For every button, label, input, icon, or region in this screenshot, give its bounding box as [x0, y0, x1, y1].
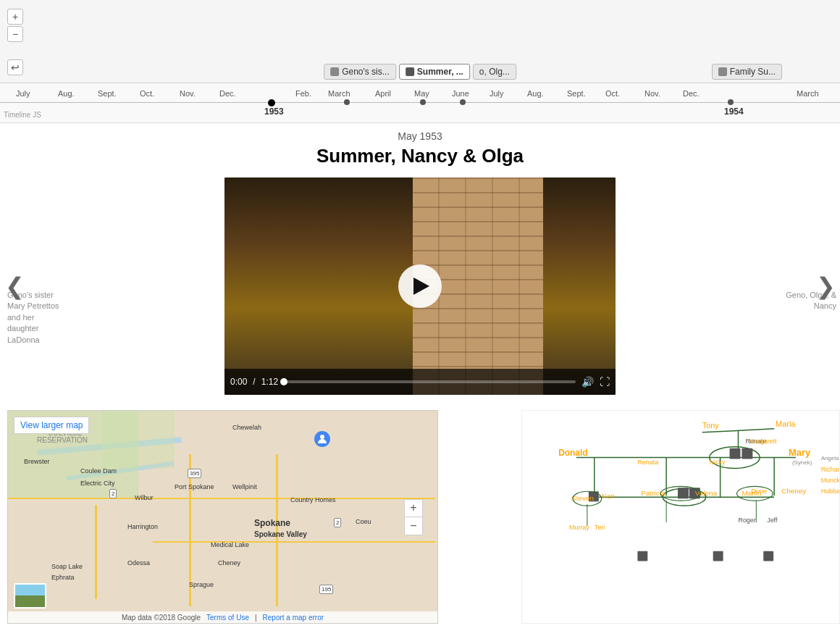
event-date: May 1953	[72, 130, 768, 142]
name-donald: Donald	[558, 448, 587, 458]
play-button[interactable]	[398, 264, 442, 308]
month-sept-right: Sept.	[567, 89, 586, 98]
month-may: May	[414, 89, 429, 98]
map-zoom-controls: + −	[404, 499, 423, 535]
report-map-error-link[interactable]: Report a map error	[263, 614, 324, 622]
map-label-odessa: Odessa	[127, 559, 150, 567]
map-label-harrington: Harrington	[127, 523, 158, 530]
center-content: May 1953 Summer, Nancy & Olga 0:00 / 1:1…	[72, 123, 768, 395]
photo-2	[742, 448, 752, 459]
next-arrow[interactable]: ❯	[815, 268, 836, 304]
video-separator: /	[253, 377, 255, 387]
map-zoom-out-button[interactable]: −	[405, 517, 422, 535]
year-1954-label: 1954	[724, 106, 744, 117]
name-nan: Nan	[602, 492, 615, 500]
month-july-left: July	[16, 89, 30, 98]
map-label-medical-lake: Medical Lake	[211, 541, 249, 548]
month-march: March	[328, 89, 350, 98]
name-roger: Roger	[738, 517, 755, 524]
video-progress-bar[interactable]	[284, 380, 576, 383]
video-total-time: 1:12	[261, 377, 278, 387]
name-munck: Munck	[821, 477, 839, 484]
dot-may	[420, 99, 426, 105]
month-feb: Feb.	[295, 89, 311, 98]
tab-icon-1	[330, 67, 339, 76]
zoom-in-button[interactable]: +	[7, 9, 23, 25]
year-1953-label: 1953	[264, 106, 284, 117]
timeline-bar: July Aug. Sept. Oct. Nov. Dec. 1953 Feb.…	[0, 83, 840, 123]
month-april: April	[375, 89, 391, 98]
tab-genos-sister[interactable]: Geno's sis...	[324, 64, 396, 80]
photo-1	[730, 448, 741, 459]
map-label-reservation: RESERVATION	[37, 436, 88, 444]
map-label-sprague: Sprague	[189, 581, 214, 588]
map-label-cheney: Cheney	[218, 559, 240, 567]
year-1954-dot	[728, 99, 734, 105]
month-nov-left: Nov.	[180, 89, 196, 98]
name-renata: Renata	[637, 459, 658, 466]
photo-7	[713, 551, 723, 561]
name-cheney: Cheney	[781, 487, 806, 495]
name-sub1: Murray	[569, 524, 589, 531]
map-label-soap-lake: Soap Lake	[51, 563, 83, 570]
volume-icon[interactable]: 🔊	[581, 376, 594, 388]
name-mary: Mary	[789, 447, 811, 458]
map-label-spokane: Spokane	[254, 518, 290, 528]
zoom-controls: + −	[7, 9, 23, 42]
name-richard: Richard	[821, 466, 839, 473]
name-mary-sub: (Synek)	[792, 459, 812, 466]
view-larger-map-button[interactable]: View larger map	[14, 417, 89, 434]
month-nov-right: Nov.	[644, 89, 660, 98]
road-h1	[8, 498, 435, 499]
map-label-electric-city: Electric City	[80, 480, 115, 487]
dot-june	[460, 99, 466, 105]
map-attribution: Map data ©2018 Google Terms of Use | Rep…	[8, 611, 437, 623]
zoom-out-button[interactable]: −	[7, 26, 23, 42]
name-tony: Tony	[702, 421, 720, 430]
fullscreen-icon[interactable]: ⛶	[600, 376, 610, 388]
terms-of-use-link[interactable]: Terms of Use	[206, 614, 249, 622]
prev-arrow[interactable]: ❮	[4, 268, 25, 304]
map-label-wellpinit: Wellpinit	[232, 483, 257, 490]
video-progress-handle[interactable]	[280, 378, 287, 385]
map-separator: |	[255, 614, 257, 622]
month-july-right: July	[490, 89, 504, 98]
month-aug-left: Aug.	[58, 89, 75, 98]
road-h2	[153, 541, 435, 543]
video-current-time: 0:00	[230, 377, 247, 387]
tab-summer[interactable]: Summer, ...	[399, 64, 470, 80]
map-background: COLVILLE RESERVATION Brewster Coulee Dam…	[8, 411, 437, 623]
map-person-pin	[314, 431, 330, 447]
green-area-2	[102, 411, 175, 469]
video-background	[224, 177, 616, 395]
tab-icon-4	[718, 67, 727, 76]
month-aug-right: Aug.	[527, 89, 544, 98]
toolbar: + − ↩ Geno's sis... Summer, ... o, Olg..…	[0, 0, 840, 83]
month-dec-left: Dec.	[219, 89, 236, 98]
photo-8	[763, 551, 773, 561]
map-label-chewelah: Chewelah	[232, 424, 261, 431]
month-sept-left: Sept.	[98, 89, 117, 98]
name-hubbard: Hubbard	[821, 488, 839, 495]
map-zoom-in-button[interactable]: +	[405, 500, 422, 517]
map-label-wilbur: Wilbur	[135, 494, 154, 501]
month-june: June	[452, 89, 469, 98]
tab-olga[interactable]: o, Olg...	[473, 64, 516, 80]
name-margarett: Margarett	[749, 438, 777, 445]
map-label-coulee-dam: Coulee Dam	[80, 467, 117, 475]
highway-195-label: 195	[319, 585, 333, 594]
map-label-ephrata: Ephrata	[51, 574, 75, 581]
dot-march	[344, 99, 350, 105]
road-v3	[95, 505, 97, 599]
highway-2-label: 2	[109, 489, 117, 498]
year-1953-dot	[268, 99, 275, 106]
main-content: ❮ ❯ Geno's sister Mary Petrettos and her…	[0, 123, 840, 631]
month-oct-left: Oct.	[140, 89, 154, 98]
name-jeff: Jeff	[767, 517, 778, 524]
map-container: COLVILLE RESERVATION Brewster Coulee Dam…	[7, 410, 438, 624]
back-button[interactable]: ↩	[7, 59, 23, 75]
map-street-view-thumbnail[interactable]	[14, 583, 46, 609]
name-sub2: Teri	[595, 524, 605, 531]
tab-family-summary[interactable]: Family Su...	[712, 64, 782, 80]
map-data-text: Map data ©2018 Google	[122, 614, 201, 622]
